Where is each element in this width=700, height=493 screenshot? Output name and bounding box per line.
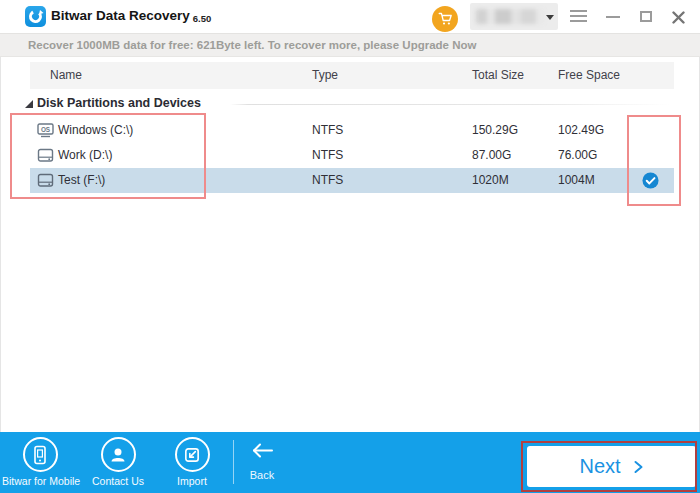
close-button[interactable] bbox=[672, 10, 685, 23]
next-chevron-icon bbox=[633, 459, 644, 475]
import-icon bbox=[175, 437, 210, 472]
drive-icon bbox=[37, 148, 54, 163]
titlebar: Bitwar Data Recovery6.50 bbox=[0, 0, 700, 33]
next-button[interactable]: Next bbox=[527, 446, 696, 487]
partition-row-windows-c[interactable]: OS Windows (C:\) NTFS 150.29G 102.49G bbox=[30, 118, 674, 143]
free-quota-notice: Recover 1000MB data for free: 621Byte le… bbox=[0, 33, 700, 57]
partition-type: NTFS bbox=[312, 168, 343, 193]
back-arrow-icon bbox=[250, 442, 274, 459]
account-dropdown[interactable] bbox=[470, 3, 558, 30]
partition-row-work-d[interactable]: Work (D:\) NTFS 87.00G 76.00G bbox=[30, 143, 674, 168]
partition-free-space: 76.00G bbox=[558, 143, 597, 168]
blurred-account-name bbox=[476, 9, 544, 24]
partition-name: Windows (C:\) bbox=[58, 118, 133, 143]
partition-type: NTFS bbox=[312, 143, 343, 168]
drive-icon bbox=[37, 173, 54, 188]
footer-bar: Bitwar for Mobile Contact Us Import bbox=[0, 432, 700, 493]
action-label: Import bbox=[154, 475, 230, 487]
action-label: Bitwar for Mobile bbox=[2, 475, 78, 487]
app-logo-icon bbox=[25, 6, 46, 27]
action-label: Contact Us bbox=[80, 475, 156, 487]
chevron-down-icon bbox=[546, 15, 554, 20]
partition-free-space: 102.49G bbox=[558, 118, 604, 143]
minimize-button[interactable] bbox=[606, 16, 620, 18]
column-header-type: Type bbox=[312, 62, 338, 89]
partition-total-size: 87.00G bbox=[472, 143, 511, 168]
column-header-free-space: Free Space bbox=[558, 62, 620, 89]
partition-type: NTFS bbox=[312, 118, 343, 143]
shopping-cart-icon bbox=[438, 12, 453, 26]
maximize-button[interactable] bbox=[640, 11, 652, 22]
store-cart-button[interactable] bbox=[432, 6, 458, 32]
person-icon bbox=[101, 437, 136, 472]
svg-text:OS: OS bbox=[41, 126, 51, 133]
os-drive-icon: OS bbox=[37, 123, 54, 138]
footer-divider bbox=[233, 440, 234, 484]
group-label: Disk Partitions and Devices bbox=[37, 96, 201, 110]
mobile-phone-icon bbox=[23, 437, 58, 472]
contact-us-button[interactable]: Contact Us bbox=[80, 437, 156, 487]
partition-row-test-f-selected[interactable]: Test (F:\) NTFS 1020M 1004M bbox=[30, 168, 674, 193]
group-divider bbox=[230, 104, 670, 105]
app-version: 6.50 bbox=[193, 13, 212, 24]
menu-icon[interactable] bbox=[570, 10, 587, 22]
bitwar-for-mobile-button[interactable]: Bitwar for Mobile bbox=[2, 437, 78, 487]
expand-triangle-icon[interactable] bbox=[25, 100, 33, 108]
partition-free-space: 1004M bbox=[558, 168, 595, 193]
check-circle-icon[interactable] bbox=[642, 172, 659, 189]
close-icon bbox=[672, 11, 685, 24]
column-header-total-size: Total Size bbox=[472, 62, 524, 89]
app-window: Bitwar Data Recovery6.50 Recover 1000MB … bbox=[0, 0, 700, 493]
partition-total-size: 1020M bbox=[472, 168, 509, 193]
column-header-name: Name bbox=[50, 62, 82, 89]
group-disk-partitions[interactable]: Disk Partitions and Devices bbox=[25, 95, 680, 113]
notice-text: Recover 1000MB data for free: 621Byte le… bbox=[28, 39, 402, 51]
upgrade-now-link[interactable]: Upgrade Now bbox=[402, 39, 476, 51]
back-button[interactable]: Back bbox=[240, 442, 284, 481]
partition-name: Work (D:\) bbox=[58, 143, 112, 168]
next-label: Next bbox=[579, 455, 620, 478]
back-label: Back bbox=[240, 469, 284, 481]
partition-name: Test (F:\) bbox=[58, 168, 105, 193]
partition-total-size: 150.29G bbox=[472, 118, 518, 143]
import-button[interactable]: Import bbox=[154, 437, 230, 487]
table-header: Name Type Total Size Free Space bbox=[30, 62, 674, 89]
app-title: Bitwar Data Recovery6.50 bbox=[51, 8, 211, 23]
